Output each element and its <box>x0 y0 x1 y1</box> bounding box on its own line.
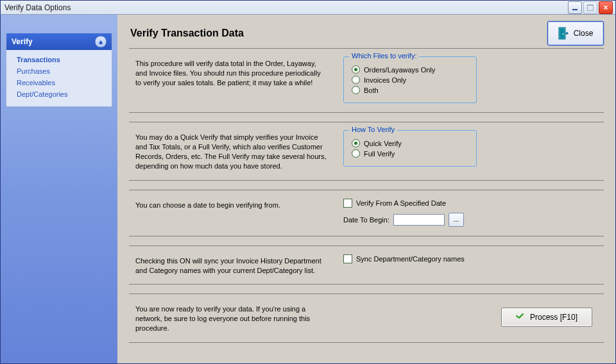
radio-icon <box>352 76 360 84</box>
process-controls: Process [F10] <box>501 308 592 327</box>
body: Verify Transactions Purchases Receivable… <box>1 15 615 363</box>
which-files-description: This procedure will verify data total in… <box>135 55 328 88</box>
checkbox-verify-from-date[interactable]: Verify From A Specified Date <box>343 199 464 208</box>
radio-quick-verify[interactable]: Quick Verify <box>352 139 467 147</box>
radio-label: Quick Verify <box>364 140 402 147</box>
minimize-button[interactable] <box>568 1 582 14</box>
sidebar-item-receivables[interactable]: Receivables <box>15 77 108 88</box>
titlebar-buttons: × <box>568 1 613 14</box>
radio-icon <box>352 86 360 94</box>
ellipsis-icon: ... <box>454 216 459 223</box>
sidebar: Verify Transactions Purchases Receivable… <box>1 15 117 363</box>
section-sync: Checking this ON will sync your Invoice … <box>129 245 604 285</box>
main-content: Close Verify Transaction Data This proce… <box>117 15 615 363</box>
date-picker-button[interactable]: ... <box>449 213 464 227</box>
section-date: You can choose a date to begin verifying… <box>129 190 604 236</box>
radio-orders-layaways-only[interactable]: Orders/Layaways Only <box>352 65 467 74</box>
process-button[interactable]: Process [F10] <box>501 308 592 327</box>
checkbox-icon <box>343 199 352 208</box>
window-close-button[interactable]: × <box>599 1 613 14</box>
checkbox-icon <box>343 254 352 263</box>
radio-label: Invoices Only <box>364 76 406 84</box>
which-files-controls: Which Files to verify: Orders/Layaways O… <box>343 55 477 103</box>
radio-both[interactable]: Both <box>352 86 467 94</box>
date-description: You can choose a date to begin verifying… <box>135 197 328 210</box>
collapse-icon[interactable] <box>95 36 107 47</box>
how-to-verify-legend: How To Verify <box>349 126 397 133</box>
radio-icon <box>352 65 360 74</box>
titlebar: Verify Data Options × <box>1 1 615 15</box>
door-exit-icon <box>558 27 569 40</box>
date-to-begin-label: Date To Begin: <box>343 216 389 224</box>
close-button[interactable]: Close <box>547 21 604 46</box>
sidebar-panel: Verify Transactions Purchases Receivable… <box>6 33 112 107</box>
checkbox-label: Sync Department/Category names <box>356 255 465 263</box>
radio-full-verify[interactable]: Full Verify <box>352 149 467 158</box>
radio-icon <box>352 139 360 147</box>
process-description: You are now ready to verify your data. I… <box>135 301 328 333</box>
window: Verify Data Options × Verify <box>0 0 616 364</box>
section-which-files: This procedure will verify data total in… <box>129 48 604 113</box>
radio-invoices-only[interactable]: Invoices Only <box>352 76 467 84</box>
how-to-verify-description: You may do a Quick Verify that simply ve… <box>135 129 328 170</box>
sidebar-header[interactable]: Verify <box>6 33 112 50</box>
close-icon: × <box>603 4 608 12</box>
sidebar-body: Transactions Purchases Receivables Dept/… <box>6 50 112 106</box>
which-files-legend: Which Files to verify: <box>349 52 419 60</box>
maximize-icon <box>587 4 594 11</box>
maximize-button <box>583 1 597 14</box>
section-process: You are now ready to verify your data. I… <box>129 294 604 343</box>
sync-controls: Sync Department/Category names <box>343 252 465 265</box>
radio-icon <box>352 149 360 158</box>
checkbox-sync-dept-category[interactable]: Sync Department/Category names <box>343 254 465 263</box>
radio-label: Full Verify <box>364 150 395 158</box>
chevron-up-icon <box>99 40 103 43</box>
process-button-label: Process [F10] <box>530 313 578 322</box>
radio-label: Both <box>364 87 379 94</box>
svg-point-2 <box>562 34 563 35</box>
radio-label: Orders/Layaways Only <box>364 66 435 74</box>
checkmark-icon <box>516 314 525 320</box>
sidebar-item-purchases[interactable]: Purchases <box>15 65 108 77</box>
section-how-to-verify: You may do a Quick Verify that simply ve… <box>129 122 604 180</box>
close-button-label: Close <box>574 29 594 38</box>
sync-description: Checking this ON will sync your Invoice … <box>135 252 328 276</box>
which-files-groupbox: Which Files to verify: Orders/Layaways O… <box>343 56 477 103</box>
minimize-icon <box>572 9 578 10</box>
window-title: Verify Data Options <box>4 3 568 12</box>
sidebar-header-label: Verify <box>12 37 33 46</box>
checkbox-label: Verify From A Specified Date <box>356 199 446 207</box>
date-to-begin-row: Date To Begin: ... <box>343 213 464 227</box>
page-title: Verify Transaction Data <box>130 28 604 39</box>
sidebar-item-dept-categories[interactable]: Dept/Categories <box>15 88 108 100</box>
sidebar-item-transactions[interactable]: Transactions <box>15 54 108 65</box>
date-controls: Verify From A Specified Date Date To Beg… <box>343 197 464 227</box>
date-to-begin-input[interactable] <box>393 214 445 226</box>
how-to-verify-groupbox: How To Verify Quick Verify Full Verify <box>343 130 477 167</box>
how-to-verify-controls: How To Verify Quick Verify Full Verify <box>343 129 477 167</box>
